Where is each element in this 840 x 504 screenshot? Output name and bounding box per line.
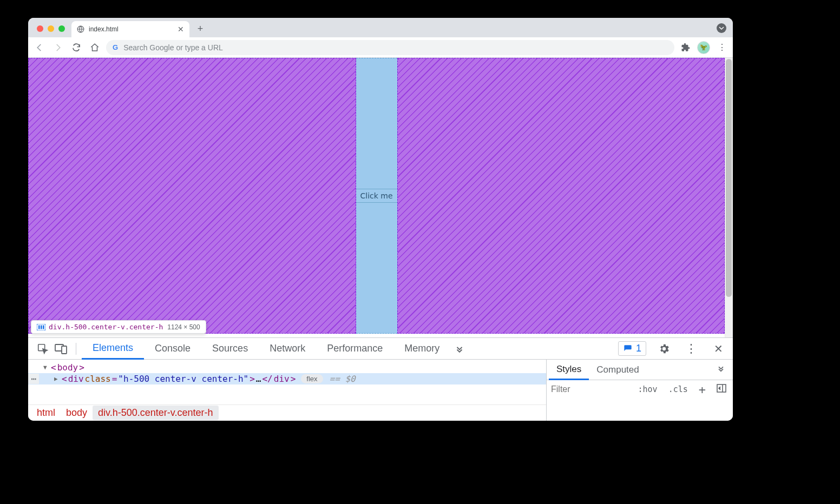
inspect-element-button[interactable] <box>34 340 52 358</box>
tab-console[interactable]: Console <box>144 338 201 359</box>
styles-toolbar: :hov .cls + <box>547 380 733 399</box>
browser-window: index.html ✕ + G Search Google or type a… <box>28 18 733 421</box>
window-controls <box>34 25 68 37</box>
devtools-settings-button[interactable] <box>655 340 673 358</box>
svg-rect-3 <box>41 325 42 329</box>
flex-item-highlight: Click me <box>356 58 397 334</box>
inspected-flex-container: Click me <box>28 58 725 334</box>
extensions-button[interactable] <box>679 41 693 55</box>
hov-button[interactable]: :hov <box>636 384 660 394</box>
close-window-button[interactable] <box>37 25 43 32</box>
dom-node-div-selected[interactable]: ⋯ ▶<div class="h-500 center-v center-h">… <box>28 373 546 384</box>
tab-computed[interactable]: Computed <box>589 360 646 380</box>
dom-tree[interactable]: ▼<body> ⋯ ▶<div class="h-500 center-v ce… <box>28 360 546 404</box>
minimize-window-button[interactable] <box>48 25 54 32</box>
google-icon: G <box>113 43 118 51</box>
issue-count: 1 <box>636 343 641 354</box>
page-viewport: Click me div.h-500.center-v.center-h 112… <box>28 58 733 337</box>
svg-rect-2 <box>38 325 40 329</box>
dom-class-value: h-500 center-v center-h <box>123 374 244 384</box>
tab-title: index.html <box>89 25 119 33</box>
home-button[interactable] <box>88 41 102 55</box>
reload-button[interactable] <box>69 41 83 55</box>
tab-performance[interactable]: Performance <box>316 338 393 359</box>
tab-styles[interactable]: Styles <box>549 360 589 380</box>
titlebar: index.html ✕ + <box>28 18 733 37</box>
browser-tab[interactable]: index.html ✕ <box>71 21 189 37</box>
styles-filter-input[interactable] <box>551 384 629 394</box>
cls-button[interactable]: .cls <box>666 384 690 394</box>
dom-panel: ▼<body> ⋯ ▶<div class="h-500 center-v ce… <box>28 360 546 421</box>
divider <box>76 343 76 355</box>
back-button[interactable] <box>32 41 47 55</box>
address-bar[interactable]: G Search Google or type a URL <box>106 40 674 55</box>
tooltip-dimensions: 1124 × 500 <box>167 323 200 331</box>
flex-badge[interactable]: flex <box>301 374 323 383</box>
close-tab-icon[interactable]: ✕ <box>178 25 184 34</box>
tab-overflow-button[interactable] <box>717 23 726 33</box>
flex-badge-icon <box>37 324 44 330</box>
tab-elements[interactable]: Elements <box>82 339 144 360</box>
new-style-rule-button[interactable]: + <box>697 383 708 396</box>
dom-gutter-icon[interactable]: ⋯ <box>28 374 39 384</box>
expand-icon[interactable]: ▶ <box>54 375 61 382</box>
flex-free-space-right <box>397 58 725 334</box>
forward-button[interactable] <box>51 41 65 55</box>
maximize-window-button[interactable] <box>58 25 65 32</box>
tab-memory[interactable]: Memory <box>393 338 450 359</box>
globe-icon <box>77 25 84 33</box>
styles-tabs: Styles Computed <box>547 360 733 380</box>
issues-badge[interactable]: 1 <box>618 341 646 356</box>
tooltip-selector: div.h-500.center-v.center-h <box>49 323 163 331</box>
styles-panel: Styles Computed :hov .cls + <box>546 360 733 421</box>
omnibox-placeholder: Search Google or type a URL <box>123 43 223 52</box>
profile-avatar[interactable]: 🦖 <box>697 41 710 54</box>
devtools-tabbar: Elements Console Sources Network Perform… <box>28 338 733 360</box>
tab-sources[interactable]: Sources <box>201 338 259 359</box>
element-tooltip: div.h-500.center-v.center-h 1124 × 500 <box>31 320 206 334</box>
browser-menu-button[interactable]: ⋮ <box>714 41 729 55</box>
scrollbar-track[interactable] <box>725 58 733 337</box>
devtools-panel: Elements Console Sources Network Perform… <box>28 337 733 421</box>
scrollbar-thumb[interactable] <box>726 59 732 297</box>
page-content: Click me div.h-500.center-v.center-h 112… <box>28 58 725 337</box>
devtools-menu-button[interactable]: ⋮ <box>682 340 700 358</box>
dom-node-body[interactable]: ▼<body> <box>28 362 546 373</box>
flex-free-space-left <box>28 58 356 334</box>
expand-icon[interactable]: ▼ <box>43 364 50 371</box>
click-me-button[interactable]: Click me <box>356 189 397 203</box>
crumb-html[interactable]: html <box>31 406 61 420</box>
new-tab-button[interactable]: + <box>193 21 208 36</box>
svg-rect-4 <box>43 325 44 329</box>
tabs-overflow-button[interactable] <box>450 340 469 358</box>
devtools-close-button[interactable]: ✕ <box>709 340 727 358</box>
device-toolbar-button[interactable] <box>52 340 70 358</box>
tab-network[interactable]: Network <box>259 338 316 359</box>
dom-breadcrumbs: html body div.h-500.center-v.center-h <box>28 404 546 421</box>
devtools-body: ▼<body> ⋯ ▶<div class="h-500 center-v ce… <box>28 360 733 421</box>
toggle-sidebar-button[interactable] <box>714 384 729 395</box>
console-reference: == $0 <box>330 374 356 384</box>
styles-tabs-overflow[interactable] <box>711 364 731 375</box>
svg-rect-7 <box>62 346 67 354</box>
crumb-body[interactable]: body <box>61 406 93 420</box>
crumb-div[interactable]: div.h-500.center-v.center-h <box>93 406 218 420</box>
browser-toolbar: G Search Google or type a URL 🦖 ⋮ <box>28 37 733 58</box>
